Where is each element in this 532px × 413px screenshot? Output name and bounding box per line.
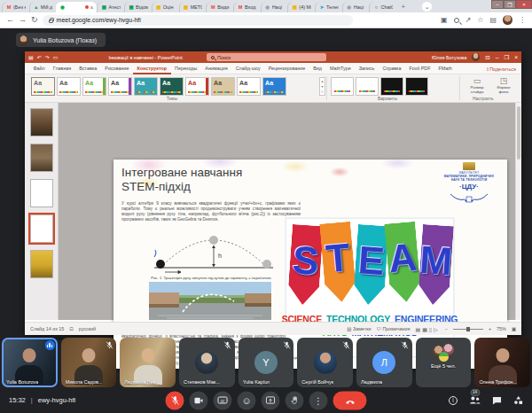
ribbon-tab[interactable]: Foxit PDF xyxy=(405,63,434,74)
language-indicator[interactable]: русский xyxy=(79,326,96,331)
ribbon-tab[interactable]: Слайд-шоу xyxy=(231,63,264,74)
reactions-button[interactable]: ☺ xyxy=(238,391,256,409)
slide-thumbnail[interactable] xyxy=(30,250,53,278)
view-mode-icons[interactable]: ▤▦▯▷ xyxy=(416,326,440,332)
raise-hand-button[interactable] xyxy=(286,391,304,409)
bookmark-star-icon[interactable]: ☆ xyxy=(477,16,483,24)
ribbon-tab[interactable]: FMath xyxy=(434,63,456,74)
steam-poster[interactable]: S T E xyxy=(286,218,454,357)
browser-tab[interactable]: ▦ Оцін × xyxy=(152,2,179,12)
people-button[interactable]: 14 xyxy=(469,395,481,405)
ribbon-tab[interactable]: Файл xyxy=(29,63,49,74)
more-options-button[interactable]: ⋮ xyxy=(309,391,328,409)
browser-tab[interactable]: M Види × xyxy=(206,2,233,12)
participant-tile[interactable]: Л Людмила xyxy=(356,338,412,387)
camera-button[interactable] xyxy=(190,391,208,409)
forward-icon[interactable]: → xyxy=(19,16,27,24)
account-avatar[interactable] xyxy=(472,53,480,61)
theme-thumbnail[interactable]: Аа xyxy=(57,77,81,96)
theme-thumbnail[interactable]: Аа xyxy=(82,77,106,96)
variant-thumbnail[interactable] xyxy=(356,77,379,96)
slide-paragraph-1[interactable]: У курсі алгебри 9 класу вивчаються квадр… xyxy=(121,201,301,222)
slideshow-icon[interactable]: ▭ xyxy=(53,54,59,60)
undo-icon[interactable]: ↶ xyxy=(37,54,42,60)
theme-thumbnail[interactable]: Аа xyxy=(134,77,158,96)
participant-tile[interactable]: Сергій Бойчук xyxy=(297,338,353,387)
browser-tab[interactable]: ▦ Відом × xyxy=(124,2,152,12)
window-maximize-button[interactable]: ❐ xyxy=(504,0,516,9)
variant-thumbnail[interactable] xyxy=(331,77,354,96)
fit-slide-icon[interactable]: ▣ xyxy=(512,326,516,331)
address-bar[interactable]: meet.google.com/ewy-hvgu-hfi xyxy=(43,15,353,26)
ppt-close-button[interactable]: × xyxy=(514,54,518,60)
save-icon[interactable]: ▤ xyxy=(28,54,34,60)
new-tab-button[interactable]: + xyxy=(398,2,408,12)
browser-tab[interactable]: ▦ МЕТО × xyxy=(179,2,207,12)
accessibility-icon[interactable]: ⊡ xyxy=(69,326,74,331)
zoom-icon[interactable] xyxy=(454,18,459,23)
trajectory-diagram[interactable]: h xyxy=(138,232,289,275)
mic-off-button[interactable] xyxy=(166,391,184,409)
vertical-scrollbar[interactable] xyxy=(515,103,521,320)
reload-icon[interactable]: ↻ xyxy=(31,16,38,24)
browser-profile-avatar[interactable] xyxy=(503,15,512,25)
tab-close-icon[interactable]: × xyxy=(90,4,94,11)
participant-tile[interactable]: Y Yulia Ka xyxy=(239,338,294,387)
browser-menu-icon[interactable]: ⋮ xyxy=(519,16,526,24)
trajectory-photo[interactable] xyxy=(149,282,271,320)
activities-button[interactable] xyxy=(513,395,523,405)
browser-tab[interactable]: ○ ChatG × xyxy=(369,2,396,12)
zoom-in-button[interactable]: + xyxy=(489,326,491,331)
browser-tab[interactable]: ◉ Наці × xyxy=(342,2,370,12)
browser-tab[interactable]: M Вход × xyxy=(233,2,261,12)
browser-tab[interactable]: ➤ Телег × xyxy=(315,2,342,12)
ribbon-tab[interactable]: Конструктор xyxy=(133,63,171,74)
theme-thumbnail[interactable]: Аа xyxy=(262,77,286,96)
browser-tab[interactable]: ▦ Атест × xyxy=(97,2,124,12)
variant-thumbnail[interactable] xyxy=(380,77,403,96)
info-button[interactable]: i xyxy=(449,396,458,405)
ppt-minimize-button[interactable]: – xyxy=(496,54,499,60)
participant-tile[interactable]: Ещё 5 чел. xyxy=(416,338,472,387)
slide-thumbnail[interactable] xyxy=(30,108,53,136)
side-panel-icon[interactable]: ▤ xyxy=(489,16,497,24)
zoom-out-button[interactable]: − xyxy=(445,326,448,331)
participant-tile[interactable]: Олена Трифон... xyxy=(474,338,530,387)
browser-tab[interactable]: ▦ (4) Мі × xyxy=(287,2,315,12)
ppt-restore-button[interactable]: ❐ xyxy=(504,54,509,61)
theme-thumbnail[interactable]: Аа xyxy=(160,77,184,96)
share-icon[interactable]: ↗ xyxy=(466,16,472,24)
media-control-icon[interactable]: ▣ xyxy=(441,16,448,24)
comments-button[interactable]: 🗩 Примечания xyxy=(377,326,411,331)
theme-thumbnail[interactable]: Аа xyxy=(31,77,55,96)
present-button[interactable] xyxy=(262,391,280,409)
ribbon-tab[interactable]: Справка xyxy=(379,63,405,74)
browser-tab[interactable]: ◉ × xyxy=(56,2,97,12)
slide-title[interactable]: Інтегроване навчання STEM-підхід xyxy=(121,166,352,195)
notes-button[interactable]: ▤ Заметки xyxy=(347,326,371,331)
tab-search-chevron-icon[interactable]: ⌄ xyxy=(422,2,432,12)
back-icon[interactable]: ← xyxy=(6,16,14,24)
slide-thumbnail[interactable] xyxy=(30,144,53,172)
window-minimize-button[interactable]: – xyxy=(491,0,504,9)
zoom-percentage[interactable]: 75% xyxy=(497,326,506,331)
chat-button[interactable] xyxy=(492,396,502,405)
theme-thumbnail[interactable]: Аа xyxy=(211,77,235,96)
ribbon-tab[interactable]: MathType xyxy=(326,63,356,74)
zoom-slider[interactable] xyxy=(453,329,483,330)
slide-thumbnail[interactable] xyxy=(30,214,53,243)
participant-tile[interactable]: Микола Садов... xyxy=(61,338,117,387)
participant-tile[interactable]: Степанов Мак... xyxy=(179,338,235,387)
faculty-emblem[interactable]: ФАКУЛЬТЕТ МАТЕМАТИКИ, ПРИРОДНИЧИХ НАУК Т… xyxy=(434,161,504,216)
ribbon-tab[interactable]: Главная xyxy=(49,63,75,74)
ppt-search-box[interactable]: Поиск xyxy=(207,53,326,61)
participant-tile[interactable]: Людмила Лев... xyxy=(120,338,176,387)
theme-thumbnail[interactable]: Аа xyxy=(237,77,261,96)
ribbon-tab[interactable]: Вставка xyxy=(75,63,101,74)
browser-tab[interactable]: ▲ Мій д × xyxy=(29,2,57,12)
slide-thumbnail[interactable] xyxy=(30,179,53,207)
format-background-button[interactable]: ◳Формат фона xyxy=(492,76,515,94)
browser-tab[interactable]: ◉ Наці × xyxy=(261,2,288,12)
ribbon-tab[interactable]: Рисование xyxy=(101,63,133,74)
ribbon-tab[interactable]: Вид xyxy=(309,63,326,74)
